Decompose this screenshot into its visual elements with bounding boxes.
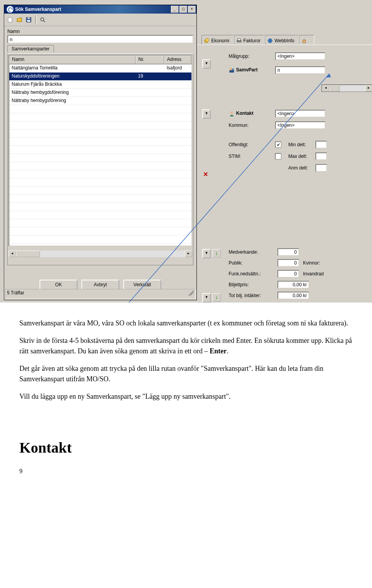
cancel-button[interactable]: Avbryt (81, 280, 119, 290)
hand-icon (301, 38, 307, 43)
kommun-input[interactable]: <Ingen> (275, 121, 326, 129)
medverkande-value[interactable]: 0 (277, 248, 299, 256)
tab-extra[interactable] (299, 35, 314, 45)
dropdown-button-4[interactable]: ▼ (202, 293, 211, 303)
new-file-icon (7, 17, 13, 23)
table-row-empty (9, 121, 191, 130)
table-row-empty (9, 105, 191, 113)
titlebar[interactable]: Sök Samverkanspart _ □ × (4, 5, 196, 14)
diskette-icon (26, 17, 32, 23)
cell-name: Naturum Fjärås Bräckka (9, 81, 136, 88)
ok-button[interactable]: OK (40, 280, 78, 290)
table-row[interactable]: Naturum Fjärås Bräckka (9, 81, 191, 89)
col-header-name[interactable]: Namn (9, 55, 136, 64)
coins-icon (204, 38, 210, 43)
col-header-adress[interactable]: Adress (164, 55, 191, 64)
table-row[interactable]: Nättraby hembygdsförening (9, 89, 191, 97)
mindelt-input[interactable] (315, 141, 327, 149)
scroll-right-button[interactable]: ► (365, 85, 372, 92)
scroll-thumb[interactable] (16, 251, 40, 257)
offentligt-checkbox[interactable]: ✔ (275, 142, 281, 148)
toolbar-search-button[interactable] (38, 16, 47, 24)
scroll-left-button[interactable]: ◄ (9, 251, 16, 257)
anmdelt-input[interactable] (315, 164, 327, 172)
kommun-label: Kommun: (229, 123, 275, 128)
svg-rect-3 (238, 38, 240, 40)
doc-paragraph-3: Det går även att söka genom att trycka p… (19, 363, 353, 384)
doc-paragraph-1: Samverkanspart är våra MO, våra SO och l… (19, 318, 353, 329)
scroll-thumb[interactable] (329, 85, 340, 92)
subtab-samverkansparter[interactable]: Samverkansparter (7, 45, 54, 52)
cell-adress (164, 97, 191, 105)
printer-icon (236, 38, 242, 43)
list-body: Nattänglarna TomelillaIsafjordNaturskydd… (9, 64, 191, 246)
scroll-left-button[interactable]: ◄ (322, 85, 329, 92)
green-arrow-down-1[interactable]: ↓ (212, 249, 221, 258)
table-row[interactable]: Naturskyddsföreningen19 (9, 73, 191, 81)
open-button[interactable] (15, 16, 24, 24)
malgrupp-input[interactable]: <Ingen> (275, 52, 326, 60)
tab-fakturor[interactable]: Fakturor (234, 35, 265, 45)
list-horizontal-scrollbar[interactable]: ◄ ► (9, 251, 192, 257)
table-row-empty (9, 178, 191, 187)
samvpart-label[interactable]: SamvPart (229, 67, 275, 73)
right-form: Målgrupp: <Ingen> SamvPart n Kontakt <In… (229, 50, 372, 174)
background-tabs: Ekonomi Fakturor WebbInfo (202, 35, 314, 45)
tab-ekonomi[interactable]: Ekonomi (202, 35, 234, 45)
col-header-nr[interactable]: Nr. (136, 55, 164, 64)
funk-label: Funk.nedsättn.: (229, 271, 277, 277)
folder-icon (16, 17, 22, 23)
table-row-empty (9, 219, 191, 227)
malgrupp-label: Målgrupp: (229, 54, 275, 59)
table-row-empty (9, 187, 191, 195)
kontakt-label[interactable]: Kontakt (229, 111, 275, 117)
samvpart-input[interactable]: n (275, 66, 326, 74)
funk-value[interactable]: 0 (277, 270, 299, 278)
dropdown-button-3[interactable]: ▼ (202, 249, 211, 258)
minimize-button[interactable]: _ (171, 6, 179, 13)
dropdown-button-1[interactable]: ▼ (202, 59, 211, 69)
resize-grip[interactable] (188, 290, 194, 296)
scroll-right-button[interactable]: ► (185, 251, 192, 257)
statusbar: 5 Träffar (5, 289, 196, 299)
stim-checkbox[interactable] (275, 153, 281, 159)
screenshot-area: Ekonomi Fakturor WebbInfo Målgrupp: <Ing… (0, 0, 372, 303)
svg-line-14 (43, 21, 45, 22)
publik-label: Publik: (229, 260, 277, 266)
kontakt-input[interactable]: <Ingen> (275, 110, 326, 118)
maxdelt-input[interactable] (315, 152, 327, 160)
name-field-group: Namn n (7, 29, 193, 43)
page-number: 9 (19, 467, 353, 476)
close-button[interactable]: × (188, 6, 196, 13)
biljettpris-label: Biljettpris: (229, 282, 277, 287)
biljettpris-value[interactable]: 0,00 kr (277, 281, 309, 289)
tab-fakturor-label: Fakturor (243, 38, 261, 43)
green-arrow-down-2[interactable]: ↓ (212, 293, 221, 302)
table-row-empty (9, 227, 191, 235)
samvpart-scrollbar[interactable]: ◄ ► (322, 85, 372, 92)
save-button[interactable] (24, 16, 33, 24)
publik-value[interactable]: 0 (277, 259, 299, 267)
table-row[interactable]: Nättraby hembygsförening (9, 97, 191, 105)
mindelt-label: Min delt: (288, 142, 315, 147)
totbilj-label: Tot bilj. intäkter: (229, 293, 277, 298)
totbilj-value[interactable]: 0,00 kr (277, 292, 309, 299)
search-dialog: Sök Samverkanspart _ □ × Namn n S (4, 5, 197, 300)
cell-nr (136, 89, 164, 97)
status-text: 5 Träffar (7, 290, 24, 298)
cell-nr: 19 (136, 73, 164, 80)
maximize-button[interactable]: □ (179, 6, 187, 13)
table-row-empty (9, 138, 191, 146)
new-button[interactable] (6, 16, 14, 24)
table-row[interactable]: Nattänglarna TomelillaIsafjord (9, 64, 191, 73)
apply-button[interactable]: Verkställ (123, 280, 161, 290)
table-row-empty (9, 162, 191, 170)
name-input[interactable]: n (7, 35, 193, 43)
maxdelt-label: Max delt: (288, 154, 315, 159)
dropdown-button-2[interactable]: ▼ (202, 109, 211, 119)
tab-divider (194, 45, 372, 45)
delete-icon[interactable]: ✕ (202, 171, 209, 178)
tab-webbinfo[interactable]: WebbInfo (265, 35, 298, 45)
dialog-toolbar (4, 14, 196, 26)
doc-paragraph-4: Vill du lägga upp en ny Samverkanspart, … (19, 391, 353, 402)
